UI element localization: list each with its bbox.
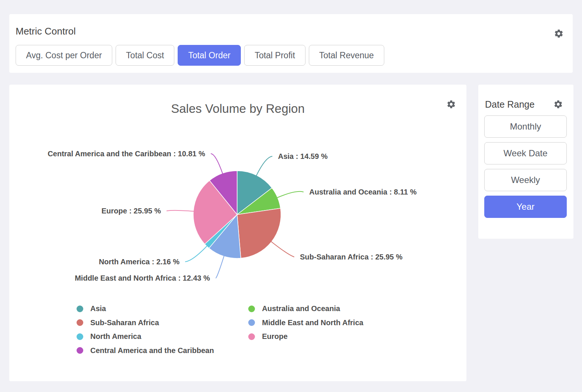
legend-label: Australia and Oceania [262, 304, 340, 313]
label-line-central-america-and-the-caribbean [211, 154, 223, 174]
label-line-australia-and-oceania [277, 192, 303, 198]
legend-item-north-america[interactable]: North America [77, 332, 248, 341]
slice-callout-label-australia-and-oceania: Australia and Oceania : 8.11 % [309, 188, 417, 196]
slice-callout-label-middle-east-and-north-africa: Middle East and North Africa : 12.43 % [75, 274, 210, 282]
label-line-asia [256, 156, 272, 176]
label-line-north-america [185, 246, 207, 262]
date-range-button-week-date[interactable]: Week Date [484, 142, 567, 164]
legend-item-middle-east-and-north-africa[interactable]: Middle East and North Africa [248, 318, 363, 327]
date-range-button-group: MonthlyWeek DateWeeklyYear [484, 115, 567, 218]
slice-callout-label-sub-saharan-africa: Sub-Saharan Africa : 25.95 % [300, 253, 402, 261]
legend-label: Europe [262, 332, 288, 341]
chart-legend: AsiaAustralia and OceaniaSub-Saharan Afr… [77, 302, 363, 357]
date-range-settings-gear-icon[interactable] [553, 99, 563, 109]
pie-slice-sub-saharan-africa[interactable] [237, 208, 281, 258]
date-range-title: Date Range [485, 99, 534, 109]
metric-control-card: Metric Control Avg. Cost per OrderTotal … [9, 14, 573, 73]
metric-button-avg-cost-per-order[interactable]: Avg. Cost per Order [16, 45, 112, 66]
slice-callout-label-europe: Europe : 25.95 % [101, 207, 161, 215]
slice-callout-label-central-america-and-the-caribbean: Central America and the Caribbean : 10.8… [48, 150, 205, 158]
metric-button-total-revenue[interactable]: Total Revenue [309, 45, 384, 66]
slice-callout-label-north-america: North America : 2.16 % [99, 258, 180, 266]
date-range-button-monthly[interactable]: Monthly [484, 115, 567, 138]
legend-dot-icon [248, 319, 255, 326]
legend-dot-icon [77, 306, 83, 312]
legend-dot-icon [77, 347, 83, 354]
metric-button-group: Avg. Cost per OrderTotal CostTotal Order… [16, 45, 384, 66]
legend-dot-icon [248, 306, 255, 312]
legend-label: Asia [90, 304, 106, 313]
legend-dot-icon [77, 319, 83, 326]
date-range-card: Date Range MonthlyWeek DateWeeklyYear [478, 85, 573, 239]
metric-control-title: Metric Control [16, 26, 76, 36]
legend-label: Sub-Saharan Africa [90, 318, 159, 327]
legend-item-central-america-and-the-caribbean[interactable]: Central America and the Caribbean [77, 346, 248, 355]
legend-label: Middle East and North Africa [262, 318, 363, 327]
legend-item-sub-saharan-africa[interactable]: Sub-Saharan Africa [77, 318, 248, 327]
label-line-sub-saharan-africa [271, 242, 294, 257]
legend-item-asia[interactable]: Asia [77, 304, 248, 313]
legend-label: North America [90, 332, 141, 341]
metric-settings-gear-icon[interactable] [554, 29, 564, 39]
date-range-button-year[interactable]: Year [484, 196, 567, 218]
label-line-middle-east-and-north-africa [216, 256, 224, 278]
label-line-europe [167, 210, 194, 211]
legend-item-europe[interactable]: Europe [248, 332, 363, 341]
legend-item-australia-and-oceania[interactable]: Australia and Oceania [248, 304, 363, 313]
sales-volume-chart-card: Sales Volume by Region Asia : 14.59 %Aus… [9, 85, 466, 381]
metric-button-total-cost[interactable]: Total Cost [116, 45, 174, 66]
metric-button-total-order[interactable]: Total Order [178, 45, 241, 66]
legend-label: Central America and the Caribbean [90, 346, 214, 355]
metric-button-total-profit[interactable]: Total Profit [244, 45, 305, 66]
date-range-button-weekly[interactable]: Weekly [484, 169, 567, 191]
legend-dot-icon [248, 333, 255, 340]
slice-callout-label-asia: Asia : 14.59 % [278, 152, 328, 160]
legend-dot-icon [77, 333, 83, 340]
dashboard-page: Metric Control Avg. Cost per OrderTotal … [0, 0, 582, 392]
